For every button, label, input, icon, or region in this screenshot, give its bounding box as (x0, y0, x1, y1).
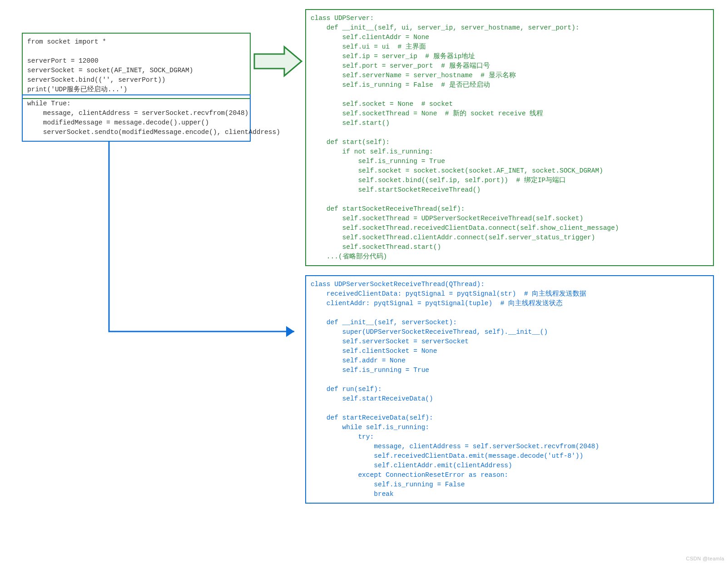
svg-marker-0 (254, 47, 302, 76)
code-block-receive-thread-class: class UDPServerSocketReceiveThread(QThre… (305, 275, 714, 504)
svg-marker-1 (286, 326, 294, 337)
arrow-loop-to-thread-icon (91, 141, 309, 359)
watermark-text: CSDN @teamla (686, 556, 724, 561)
arrow-setup-to-class-icon (253, 43, 303, 79)
code-block-original-loop: while True: message, clientAddress = ser… (22, 94, 251, 142)
code-block-original-setup: from socket import * serverPort = 12000 … (22, 33, 251, 99)
code-block-udpserver-class: class UDPServer: def __init__(self, ui, … (305, 9, 714, 266)
